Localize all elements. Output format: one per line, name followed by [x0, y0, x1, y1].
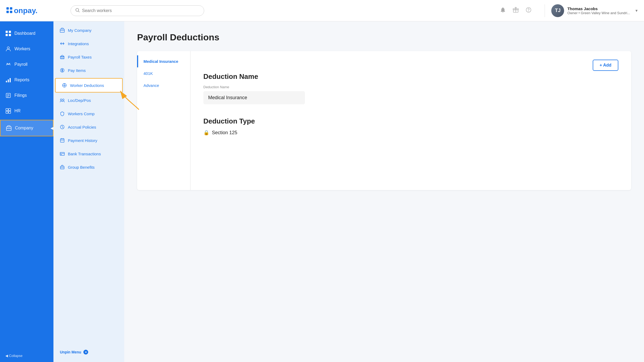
svg-rect-31 — [61, 154, 62, 155]
deduction-name-section-title: Deduction Name — [203, 72, 618, 81]
svg-rect-17 — [6, 109, 8, 111]
user-section[interactable]: TJ Thomas Jacobs Owner • Green Valley Wi… — [545, 4, 638, 17]
sidebar-item-dashboard[interactable]: Dashboard — [0, 26, 53, 41]
sub-menu-item-worker-deductions[interactable]: Worker Deductions — [55, 78, 123, 93]
user-role: Owner • Green Valley Wine and Sundri... — [567, 11, 630, 15]
unpin-menu-button[interactable]: Unpin Menu ✕ — [53, 344, 124, 360]
avatar: TJ — [551, 4, 564, 17]
search-input[interactable] — [82, 8, 200, 13]
deduction-item-medical[interactable]: Medical Insurance — [137, 55, 190, 67]
deduction-name-field-label: Deduction Name — [203, 85, 618, 89]
arrows-icon — [60, 41, 65, 46]
sidebar-label-payroll: Payroll — [14, 62, 28, 67]
sub-menu: My Company Integrations Payroll Taxes Pa… — [53, 21, 124, 362]
svg-rect-10 — [6, 34, 8, 36]
deduction-item-401k[interactable]: 401K — [137, 67, 190, 79]
main-content: Payroll Deductions Medical Insurance 401… — [124, 21, 644, 362]
sub-menu-label-accrual-policies: Accrual Policies — [68, 125, 96, 129]
briefcase-icon — [60, 165, 65, 170]
svg-rect-1 — [10, 7, 12, 10]
sub-menu-label-pay-items: Pay Items — [68, 68, 86, 73]
sub-menu-label-integrations: Integrations — [68, 41, 89, 46]
svg-rect-21 — [6, 127, 11, 130]
hand-icon — [5, 61, 11, 67]
sub-menu-item-workers-comp[interactable]: Workers Comp — [53, 107, 124, 120]
sub-menu-item-loc-dep-pos[interactable]: Loc/Dep/Pos — [53, 94, 124, 107]
sub-menu-label-loc-dep-pos: Loc/Dep/Pos — [68, 98, 91, 103]
sidebar-label-hr: HR — [14, 109, 21, 113]
hr-icon — [5, 108, 11, 114]
sub-menu-item-pay-items[interactable]: Pay Items — [53, 64, 124, 77]
sidebar-item-payroll[interactable]: Payroll — [0, 57, 53, 72]
svg-point-26 — [60, 99, 62, 101]
svg-rect-14 — [8, 79, 9, 82]
user-info: Thomas Jacobs Owner • Green Valley Wine … — [567, 6, 630, 15]
filing-icon — [5, 93, 11, 98]
sub-menu-label-bank-transactions: Bank Transactions — [68, 152, 101, 156]
svg-rect-0 — [6, 7, 9, 10]
add-button[interactable]: + Add — [593, 60, 618, 71]
unpin-close-icon: ✕ — [83, 350, 88, 355]
svg-point-27 — [63, 99, 64, 101]
notification-button[interactable] — [500, 7, 506, 15]
sub-menu-item-integrations[interactable]: Integrations — [53, 37, 124, 50]
layout: Dashboard Workers Payroll Reports — [0, 21, 644, 362]
sidebar-label-filings: Filings — [14, 93, 27, 98]
search-bar — [71, 5, 204, 16]
sidebar-arrow-icon: ◀ — [51, 126, 53, 130]
svg-rect-13 — [6, 81, 7, 82]
sub-menu-label-payroll-taxes: Payroll Taxes — [68, 55, 92, 59]
person-icon — [5, 46, 11, 52]
clock-icon — [60, 125, 65, 129]
svg-rect-29 — [60, 139, 64, 142]
svg-rect-22 — [60, 29, 64, 32]
content-layout: Medical Insurance 401K Advance + Add Ded… — [137, 51, 631, 190]
deduction-name-value: Medical Insurance — [203, 91, 305, 104]
deduction-list: Medical Insurance 401K Advance — [137, 51, 191, 190]
group-icon — [60, 98, 65, 103]
svg-rect-8 — [6, 31, 8, 33]
svg-rect-3 — [10, 11, 12, 13]
deduction-type-text: Section 125 — [212, 130, 237, 136]
dollar-icon — [60, 68, 65, 73]
shield-icon — [60, 111, 65, 116]
sub-menu-label-worker-deductions: Worker Deductions — [70, 83, 104, 88]
sidebar-item-workers[interactable]: Workers — [0, 41, 53, 57]
svg-rect-18 — [9, 109, 11, 111]
building-icon — [60, 28, 65, 33]
sidebar-item-hr[interactable]: HR — [0, 103, 53, 119]
collapse-button[interactable]: ◀ Collapse — [0, 349, 53, 362]
sidebar-label-workers: Workers — [14, 47, 30, 51]
gift-button[interactable] — [513, 7, 519, 15]
calendar-icon — [60, 138, 65, 143]
svg-point-4 — [76, 8, 79, 11]
header-icons: TJ Thomas Jacobs Owner • Green Valley Wi… — [500, 4, 638, 17]
header: onpay. — [0, 0, 644, 21]
sub-menu-item-payroll-taxes[interactable]: Payroll Taxes — [53, 50, 124, 64]
sub-menu-item-accrual-policies[interactable]: Accrual Policies — [53, 120, 124, 134]
chart-icon — [5, 77, 11, 83]
sub-menu-item-bank-transactions[interactable]: Bank Transactions — [53, 147, 124, 160]
search-icon — [75, 8, 80, 14]
sidebar-item-filings[interactable]: Filings — [0, 88, 53, 103]
sub-menu-label-my-company: My Company — [68, 28, 91, 33]
svg-rect-20 — [9, 111, 11, 113]
deduction-item-advance[interactable]: Advance — [137, 79, 190, 91]
sub-menu-item-my-company[interactable]: My Company — [53, 24, 124, 37]
svg-rect-2 — [6, 11, 9, 13]
company-icon — [6, 125, 12, 131]
svg-rect-30 — [60, 152, 64, 155]
help-button[interactable] — [525, 7, 532, 15]
sidebar-item-reports[interactable]: Reports — [0, 72, 53, 88]
bank-icon — [60, 55, 65, 59]
sidebar-label-company: Company — [15, 126, 33, 130]
sidebar: Dashboard Workers Payroll Reports — [0, 21, 53, 362]
deduction-type-section-title: Deduction Type — [203, 117, 618, 125]
sub-menu-item-payment-history[interactable]: Payment History — [53, 134, 124, 147]
logo-text: onpay. — [6, 6, 37, 15]
lock-icon: 🔒 — [203, 130, 209, 136]
sub-menu-label-workers-comp: Workers Comp — [68, 111, 95, 116]
sidebar-item-company[interactable]: Company ◀ — [0, 120, 53, 136]
sub-menu-item-group-benefits[interactable]: Group Benefits — [53, 160, 124, 174]
page-title: Payroll Deductions — [137, 32, 631, 43]
